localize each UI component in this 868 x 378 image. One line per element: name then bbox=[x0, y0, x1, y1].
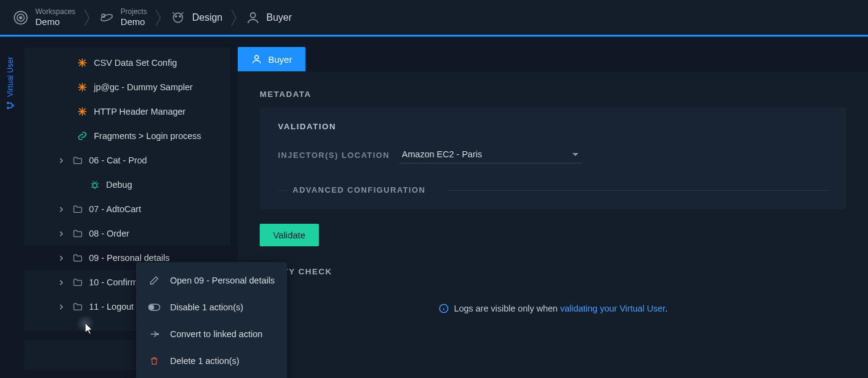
tree-item-label: HTTP Header Manager bbox=[94, 107, 185, 116]
breadcrumb-projects[interactable]: Projects Demo bbox=[91, 0, 154, 35]
validate-button[interactable]: Validate bbox=[260, 224, 319, 246]
breadcrumb-value: Design bbox=[192, 12, 222, 23]
info-text: Logs are visible only when bbox=[454, 304, 560, 313]
breadcrumb-buyer[interactable]: Buyer bbox=[238, 0, 299, 35]
chevron-right-icon bbox=[59, 231, 71, 237]
user-icon bbox=[246, 10, 260, 25]
svg-point-6 bbox=[176, 15, 177, 16]
breadcrumb: Workspaces Demo Projects Demo Design Buy… bbox=[0, 0, 868, 37]
workspace-icon bbox=[12, 9, 29, 26]
folder-icon bbox=[71, 302, 84, 312]
folder-icon bbox=[71, 253, 84, 263]
breadcrumb-design[interactable]: Design bbox=[163, 0, 230, 35]
svg-point-11 bbox=[12, 105, 14, 107]
chevron-right-icon bbox=[59, 207, 71, 212]
context-menu-label: Disable 1 action(s) bbox=[170, 302, 243, 312]
svg-point-24 bbox=[92, 183, 96, 187]
tree-item[interactable]: HTTP Header Manager bbox=[24, 99, 230, 124]
svg-point-25 bbox=[255, 55, 258, 59]
tree-item-label: CSV Data Set Config bbox=[94, 58, 177, 68]
tree-item-label: Debug bbox=[106, 180, 132, 190]
tree-item-label: 08 - Order bbox=[89, 229, 129, 238]
tree-item[interactable]: 07 - AdtoCart bbox=[24, 197, 230, 221]
tab-label: Buyer bbox=[268, 54, 292, 65]
tree-item-label: 10 - Confirm bbox=[89, 277, 138, 287]
rail-virtual-user[interactable]: Virtual User bbox=[6, 57, 15, 97]
context-menu-label: Convert to linked action bbox=[170, 329, 263, 339]
advanced-config-label[interactable]: ADVANCED CONFIGURATION bbox=[278, 185, 828, 194]
chevron-right-icon bbox=[230, 5, 238, 30]
tree-item[interactable]: Fragments > Login process bbox=[24, 124, 230, 148]
info-link[interactable]: validating your Virtual User bbox=[560, 304, 665, 313]
context-menu-item[interactable]: Delete 1 action(s) bbox=[136, 348, 287, 374]
tree-item-label: 09 - Personal details bbox=[89, 253, 169, 263]
svg-point-30 bbox=[150, 305, 154, 310]
chevron-right-icon bbox=[59, 304, 71, 310]
info-post: . bbox=[665, 304, 667, 313]
cursor-ripple bbox=[76, 315, 94, 333]
folder-icon bbox=[71, 204, 84, 215]
breadcrumb-workspaces[interactable]: Workspaces Demo bbox=[5, 0, 83, 35]
asterisk-icon bbox=[76, 106, 89, 117]
user-icon bbox=[251, 54, 262, 65]
injector-label: INJECTOR(S) LOCATION bbox=[278, 151, 390, 160]
tree-item-label: jp@gc - Dummy Sampler bbox=[94, 82, 193, 92]
tree-item[interactable]: 06 - Cat - Prod bbox=[24, 148, 230, 173]
validation-card: VALIDATION INJECTOR(S) LOCATION Amazon E… bbox=[260, 107, 846, 209]
chevron-right-icon bbox=[59, 280, 71, 285]
info-bar: Logs are visible only when validating yo… bbox=[260, 303, 846, 314]
chevron-right-icon bbox=[154, 5, 163, 30]
svg-point-8 bbox=[251, 13, 255, 18]
breadcrumb-value: Demo bbox=[35, 16, 76, 27]
section-metadata: METADATA bbox=[260, 90, 846, 99]
folder-icon bbox=[71, 155, 84, 166]
tree-item-label: Fragments > Login process bbox=[94, 131, 201, 141]
breadcrumb-value: Demo bbox=[121, 16, 147, 27]
tree-item-label: 07 - AdtoCart bbox=[89, 204, 141, 214]
section-sanity: SANITY CHECK bbox=[260, 267, 846, 276]
context-menu-item[interactable]: Open 09 - Personal details bbox=[136, 267, 287, 294]
breadcrumb-value: Buyer bbox=[266, 12, 292, 23]
context-menu-item[interactable]: Convert to linked action bbox=[136, 321, 287, 348]
breadcrumb-label: Projects bbox=[121, 7, 147, 16]
svg-point-10 bbox=[7, 107, 9, 109]
tree-item[interactable]: Debug bbox=[24, 173, 230, 197]
branch-icon bbox=[5, 101, 15, 110]
tree-item-label: 11 - Logout bbox=[89, 302, 133, 312]
svg-point-9 bbox=[7, 102, 9, 104]
tree-item[interactable]: CSV Data Set Config bbox=[24, 51, 230, 75]
svg-point-2 bbox=[20, 16, 22, 19]
left-rail: Virtual User bbox=[0, 38, 21, 378]
section-validation: VALIDATION bbox=[278, 122, 828, 131]
toggle-icon bbox=[148, 301, 160, 313]
design-icon bbox=[170, 10, 186, 26]
asterisk-icon bbox=[76, 82, 89, 93]
panel: METADATA VALIDATION INJECTOR(S) LOCATION… bbox=[238, 71, 868, 378]
svg-point-5 bbox=[174, 13, 183, 22]
project-icon bbox=[99, 10, 115, 26]
folder-icon bbox=[71, 277, 84, 288]
svg-point-7 bbox=[179, 15, 180, 16]
chevron-right-icon bbox=[59, 255, 71, 261]
tree-item[interactable]: jp@gc - Dummy Sampler bbox=[24, 75, 230, 99]
context-menu-item[interactable]: Disable 1 action(s) bbox=[136, 294, 287, 321]
chevron-right-icon bbox=[59, 158, 71, 163]
context-menu-label: Delete 1 action(s) bbox=[170, 356, 240, 366]
edit-icon bbox=[148, 274, 160, 287]
bug-icon bbox=[88, 180, 101, 190]
link-icon bbox=[76, 131, 89, 141]
breadcrumb-label: Workspaces bbox=[35, 7, 76, 16]
injector-value: Amazon EC2 - Paris bbox=[402, 149, 482, 159]
content: Buyer METADATA VALIDATION INJECTOR(S) LO… bbox=[238, 47, 868, 378]
folder-icon bbox=[71, 229, 84, 239]
chevron-right-icon bbox=[83, 5, 91, 30]
trash-icon bbox=[148, 355, 160, 367]
tree-item[interactable]: 08 - Order bbox=[24, 221, 230, 246]
arrow-link-icon bbox=[148, 328, 160, 340]
tree-item-label: 06 - Cat - Prod bbox=[89, 155, 147, 165]
injector-select[interactable]: Amazon EC2 - Paris bbox=[399, 147, 582, 163]
asterisk-icon bbox=[76, 57, 89, 68]
svg-point-31 bbox=[157, 333, 158, 335]
context-menu: Open 09 - Personal detailsDisable 1 acti… bbox=[136, 262, 287, 378]
tab-buyer[interactable]: Buyer bbox=[238, 47, 305, 71]
